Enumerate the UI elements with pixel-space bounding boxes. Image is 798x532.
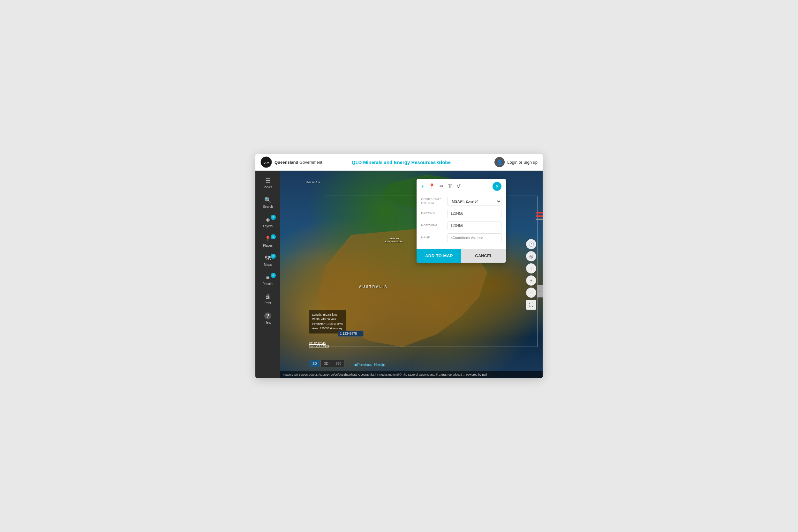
red-bar-2 <box>536 215 543 217</box>
info-length: Length: 550.88 kms <box>312 312 343 317</box>
layers-icon: ◈ <box>266 216 270 223</box>
top-bar: QLD Queensland Government QLD Minerals a… <box>255 154 543 171</box>
right-toolbar: 🕐 ◎ ↑ + − ⛶ <box>526 239 536 310</box>
nav-buttons: ◀ Previous Next ▶ <box>354 363 385 367</box>
undo-coord-tool[interactable]: ↺ <box>456 183 461 189</box>
sidebar-label-print: Print <box>265 301 271 305</box>
coord-system-row: COORDINATESYSTEM MGA94, Zone 54 <box>421 197 501 206</box>
northing-label: NORTHING <box>421 224 445 228</box>
sidebar-label-maps: Maps <box>264 263 272 266</box>
edit-coord-tool[interactable]: ✏ <box>439 183 444 189</box>
sidebar-label-search: Search <box>263 205 273 208</box>
view-2d-button[interactable]: 2D <box>309 360 321 367</box>
search-icon: 🔍 <box>264 196 271 204</box>
easting-label: EASTING <box>421 212 445 215</box>
maps-icon: 🗺 <box>265 255 271 262</box>
sidebar-item-topics[interactable]: ☰ Topics <box>255 173 280 193</box>
info-perimeter: Perimeter: 1918.11 kms <box>312 322 343 326</box>
sidebar-item-layers[interactable]: 0 ◈ Layers <box>255 212 280 232</box>
sidebar-label-layers: Layers <box>263 224 272 228</box>
text-coord-tool[interactable]: T <box>448 183 452 190</box>
login-button[interactable]: Login or Sign up <box>507 160 537 165</box>
coord-long[interactable]: long: -12.12345 <box>309 345 329 348</box>
northing-row: NORTHING <box>421 221 501 230</box>
view-360-button[interactable]: 360 <box>332 360 345 367</box>
northing-input[interactable] <box>448 221 501 230</box>
scale-select[interactable]: 1:12345678 <box>338 330 364 337</box>
location-coord-tool[interactable]: 📍 <box>429 183 435 189</box>
red-bar-1 <box>536 212 543 213</box>
print-icon: 🖨 <box>265 293 271 300</box>
user-icon: 👤 <box>494 157 505 167</box>
coord-name-input[interactable] <box>448 233 501 242</box>
places-icon: 📍 <box>264 235 271 243</box>
name-row: NAME <box>421 233 501 242</box>
sidebar-label-results: Results <box>262 282 273 286</box>
view-buttons: 2D 3D 360 <box>309 360 345 367</box>
add-to-map-button[interactable]: ADD TO MAP <box>417 249 461 263</box>
sidebar-label-help: Help <box>265 321 271 324</box>
location-tool-button[interactable]: ◎ <box>526 251 536 261</box>
name-label: NAME <box>421 236 445 240</box>
compass-tool-button[interactable]: ↑ <box>526 263 536 273</box>
map-info-box: Length: 550.88 kms Width: 415.06 kms Per… <box>309 310 346 334</box>
cancel-button[interactable]: CANCEL <box>461 249 506 263</box>
sidebar-item-search[interactable]: 🔍 Search <box>255 193 280 212</box>
view-3d-button[interactable]: 3D <box>321 360 332 367</box>
coordinate-panel: + 📍 ✏ T ↺ × COORDINATESYSTEM MGA94, Zone… <box>417 179 506 263</box>
qld-logo-icon: QLD <box>261 156 272 168</box>
sidebar-item-results[interactable]: 0 ≡ Results <box>255 270 280 289</box>
scroll-handle[interactable]: ‹ <box>537 285 543 298</box>
clock-tool-button[interactable]: 🕐 <box>526 239 536 249</box>
results-badge: 0 <box>271 273 276 278</box>
close-panel-button[interactable]: × <box>493 182 501 191</box>
svg-text:QLD: QLD <box>264 161 269 164</box>
red-indicators <box>536 212 543 220</box>
layers-badge: 0 <box>271 215 276 220</box>
zoom-in-button[interactable]: + <box>526 276 536 286</box>
maps-badge: 0 <box>271 254 276 259</box>
coord-system-select[interactable]: MGA94, Zone 54 <box>448 197 501 206</box>
zoom-out-button[interactable]: − <box>526 287 536 298</box>
map-coords-display: lat: 12.12345 long: -12.12345 <box>309 341 329 348</box>
help-icon: ? <box>264 312 271 320</box>
coord-system-label: COORDINATESYSTEM <box>421 197 445 205</box>
map-area[interactable]: PAPUA NEWGUINEA AUSTRALIA Coral Sea Gulf… <box>280 171 543 378</box>
coord-lat[interactable]: lat: 12.12345 <box>309 341 329 345</box>
app-title: QLD Minerals and Energy Resources Globe <box>322 159 480 165</box>
expand-button[interactable]: ⛶ <box>526 300 536 310</box>
topics-icon: ☰ <box>265 177 270 184</box>
sidebar-item-print[interactable]: 🖨 Print <box>255 289 280 309</box>
logo-text: Queensland Government <box>274 160 322 165</box>
previous-button[interactable]: ◀ Previous <box>354 363 372 367</box>
login-area: 👤 Login or Sign up <box>480 157 537 167</box>
add-coord-tool[interactable]: + <box>421 184 424 189</box>
info-width: Width: 415.06 kms <box>312 317 343 321</box>
results-icon: ≡ <box>266 274 270 281</box>
coord-panel-header: + 📍 ✏ T ↺ × <box>417 179 506 193</box>
main-content: ☰ Topics 🔍 Search 0 ◈ Layers 0 📍 Places … <box>255 171 543 378</box>
easting-row: EASTING <box>421 209 501 218</box>
gray-bar-1 <box>536 218 543 220</box>
easting-input[interactable] <box>448 209 501 218</box>
sidebar: ☰ Topics 🔍 Search 0 ◈ Layers 0 📍 Places … <box>255 171 280 378</box>
sidebar-item-help[interactable]: ? Help <box>255 309 280 328</box>
next-button[interactable]: Next ▶ <box>374 363 385 367</box>
status-text: Imagery On Screen Date:27/07/2014-25/05/… <box>283 373 487 376</box>
coord-panel-body: COORDINATESYSTEM MGA94, Zone 54 EASTING … <box>417 193 506 249</box>
sidebar-item-places[interactable]: 0 📍 Places <box>255 232 280 251</box>
sidebar-label-places: Places <box>263 244 272 247</box>
coord-panel-footer: ADD TO MAP CANCEL <box>417 249 506 263</box>
info-area: Area: 225055.6 kms sqr <box>312 326 343 330</box>
status-bar: Imagery On Screen Date:27/07/2014-25/05/… <box>280 371 543 378</box>
coord-tools: + 📍 ✏ T ↺ <box>421 183 460 190</box>
logo-area: QLD Queensland Government <box>261 156 322 168</box>
sidebar-label-topics: Topics <box>263 185 272 189</box>
places-badge: 0 <box>271 234 276 239</box>
sidebar-item-maps[interactable]: 0 🗺 Maps <box>255 251 280 270</box>
